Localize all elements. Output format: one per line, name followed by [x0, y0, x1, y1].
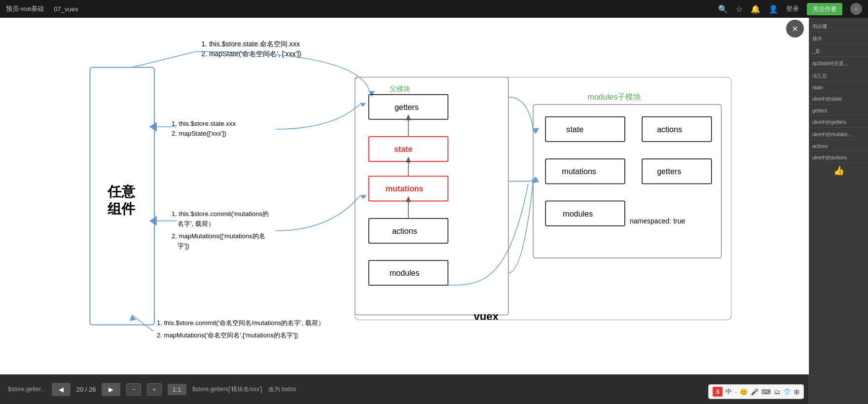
ime-folder[interactable]: 🗂: [774, 388, 780, 396]
svg-text:state: state: [566, 125, 583, 134]
bottom-text-2: $store.getters['模块名/xxx']: [192, 385, 262, 394]
sidebar-item-3[interactable]: apState对应是...: [809, 59, 868, 69]
svg-text:getters: getters: [395, 103, 419, 111]
sidebar-item-10[interactable]: actions: [809, 142, 868, 151]
next-button[interactable]: ▶: [102, 383, 120, 396]
svg-text:namespaced: true: namespaced: true: [630, 217, 686, 225]
user-icon[interactable]: 👤: [768, 4, 778, 14]
bottom-text-3: 改为 todos: [268, 385, 296, 394]
ime-chinese[interactable]: 中: [725, 387, 732, 396]
svg-text:组件: 组件: [107, 201, 136, 217]
sidebar-item-8[interactable]: ules中的getters: [809, 117, 868, 128]
svg-text:名字', 载荷）: 名字', 载荷）: [178, 220, 215, 227]
close-button[interactable]: ×: [786, 20, 804, 37]
svg-text:vuex: vuex: [474, 310, 499, 323]
sidebar-item-11[interactable]: ules中的actions: [809, 153, 868, 163]
app-title: 预员-vue基础: [6, 4, 44, 13]
svg-text:2.   mapMutations(['mutations的: 2. mapMutations(['mutations的名: [172, 232, 265, 240]
doc-title: 07_vuex: [54, 5, 78, 13]
bell-icon[interactable]: 🔔: [751, 4, 760, 14]
svg-text:父模块: 父模块: [390, 85, 410, 93]
svg-text:1.   this.$store.commit('命名空间名: 1. this.$store.commit('命名空间名/mutations的名…: [157, 319, 325, 327]
right-sidebar: 用步骤 插件 _是 apState对应是... 法汇总 state ules中的…: [809, 18, 868, 404]
zoom-in-button[interactable]: +: [147, 383, 162, 396]
sidebar-item-2[interactable]: _是: [809, 46, 868, 57]
sidebar-item-4[interactable]: 法汇总: [809, 71, 868, 81]
svg-text:1.   this.$store.commit('mutat: 1. this.$store.commit('mutations的: [172, 210, 269, 218]
top-bar-right: 🔍 ☆ 🔔 👤 登录 关注作者 ○: [718, 3, 862, 15]
svg-text:任意: 任意: [107, 184, 136, 199]
ime-emoji[interactable]: 😊: [740, 388, 748, 396]
ime-skin[interactable]: 👕: [783, 388, 791, 396]
ime-logo: S: [713, 387, 723, 397]
svg-text:mutations: mutations: [562, 167, 596, 176]
avatar[interactable]: ○: [850, 3, 862, 15]
diagram-svg: 1. this.$store.state.命名空间.xxx 2. mapStat…: [0, 18, 809, 374]
page-indicator: 20 / 26: [76, 386, 96, 393]
svg-text:1. this.$store.state.命名空间.xxx: 1. this.$store.state.命名空间.xxx: [201, 40, 300, 48]
svg-text:1.   this.$store.state.xxx: 1. this.$store.state.xxx: [172, 120, 236, 127]
top-bar: 预员-vue基础 07_vuex 🔍 ☆ 🔔 👤 登录 关注作者 ○: [0, 0, 868, 18]
ime-dot[interactable]: ·: [735, 388, 737, 396]
prev-button[interactable]: ◀: [52, 383, 71, 396]
ime-bar: S 中 · 😊 🎤 ⌨ 🗂 👕 ⊞: [708, 384, 804, 399]
sidebar-item-7[interactable]: getters: [809, 107, 868, 115]
diagram-container: 1. this.$store.state.命名空间.xxx 2. mapStat…: [0, 18, 809, 374]
ime-grid[interactable]: ⊞: [794, 388, 799, 396]
svg-text:modules: modules: [563, 209, 593, 218]
search-icon[interactable]: 🔍: [718, 4, 728, 14]
svg-text:modules子模块: modules子模块: [588, 92, 642, 101]
svg-text:mutations: mutations: [386, 184, 424, 193]
ime-keyboard[interactable]: ⌨: [761, 388, 771, 396]
svg-text:actions: actions: [657, 125, 682, 134]
star-icon[interactable]: ☆: [736, 4, 743, 14]
sidebar-item-0[interactable]: 用步骤: [809, 22, 868, 32]
bottom-bar: $store.getter... ◀ 20 / 26 ▶ − + 1:1 $st…: [0, 374, 809, 404]
svg-text:字']): 字']): [178, 242, 189, 250]
zoom-out-button[interactable]: −: [126, 383, 141, 396]
svg-text:2.   mapMutations('命名空间名',['mu: 2. mapMutations('命名空间名',['mutations的名字']…: [157, 331, 298, 339]
svg-text:modules: modules: [390, 268, 420, 277]
like-button[interactable]: 👍: [833, 165, 844, 176]
svg-text:2. mapState('命名空间名', ['xxx']): 2. mapState('命名空间名', ['xxx']): [201, 50, 301, 58]
sidebar-item-5[interactable]: state: [809, 83, 868, 92]
zoom-level: 1:1: [168, 384, 186, 395]
subscribe-button[interactable]: 关注作者: [807, 3, 842, 15]
ime-mic[interactable]: 🎤: [751, 388, 759, 396]
svg-text:actions: actions: [392, 226, 417, 235]
sidebar-item-6[interactable]: ules中的state: [809, 94, 868, 105]
sidebar-item-9[interactable]: ules中的mutatio...: [809, 130, 868, 140]
svg-text:2.   mapState(['xxx']): 2. mapState(['xxx']): [172, 130, 226, 137]
sidebar-item-1[interactable]: 插件: [809, 34, 868, 44]
login-link[interactable]: 登录: [786, 4, 799, 13]
svg-text:state: state: [394, 145, 413, 153]
bottom-text-1: $store.getter...: [8, 386, 46, 393]
svg-text:getters: getters: [657, 167, 681, 176]
